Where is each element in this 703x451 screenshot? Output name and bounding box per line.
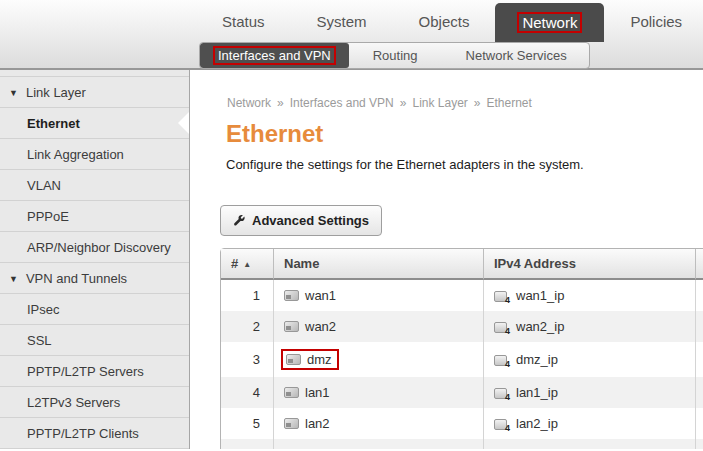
network-interface-icon	[284, 387, 299, 398]
page-title: Ethernet	[226, 120, 703, 148]
top-navigation: Status System Objects Network Policies	[196, 0, 703, 42]
sort-ascending-icon: ▲	[243, 260, 251, 269]
nav-item-system[interactable]: System	[291, 13, 393, 30]
interface-name-cell[interactable]: dmz	[273, 342, 483, 377]
row-number: 5	[221, 408, 273, 439]
interface-name-cell[interactable]: lan2	[273, 408, 483, 439]
subtab-interfaces-and-vpn[interactable]: Interfaces and VPN	[200, 43, 349, 68]
table-row: 4 lan1 4lan1_ip	[221, 377, 703, 408]
ipv4-address-name: lan1_ip	[516, 385, 558, 400]
ipv4-address-cell[interactable]: 4lan2_ip	[483, 408, 695, 439]
table-row: 3 dmz 4dmz_ip	[221, 342, 703, 377]
annotation-box: Network	[517, 12, 582, 33]
column-header-number-label: #	[231, 256, 238, 271]
content-area: Network»Interfaces and VPN»Link Layer»Et…	[190, 70, 703, 449]
main-layout: ▼ Link Layer Ethernet Link Aggregation V…	[0, 70, 703, 449]
clipped-cell	[695, 342, 703, 377]
interface-name: wan2	[305, 319, 336, 334]
app-header: Status System Objects Network Policies I…	[0, 0, 703, 70]
ipv4-address-cell[interactable]: 4lan1_ip	[483, 377, 695, 408]
ipv4-address-cell[interactable]: 4lan3_ip	[483, 439, 695, 449]
sidebar-item-vlan[interactable]: VLAN	[0, 169, 189, 200]
column-header-number[interactable]: #▲	[221, 249, 273, 280]
nav-item-objects[interactable]: Objects	[393, 13, 496, 30]
advanced-settings-label: Advanced Settings	[252, 213, 369, 228]
annotation-box: dmz	[281, 349, 339, 370]
table-row: 6 lan3 4lan3_ip	[221, 439, 703, 449]
interface-name: wan1	[305, 288, 336, 303]
ipv4-address-icon: 4	[494, 291, 507, 302]
breadcrumb-link-interfaces-and-vpn[interactable]: Interfaces and VPN	[290, 96, 394, 110]
breadcrumb-link-link-layer[interactable]: Link Layer	[412, 96, 467, 110]
nav-item-network[interactable]: Network	[495, 3, 604, 42]
ipv4-address-icon: 4	[494, 388, 507, 399]
breadcrumb: Network»Interfaces and VPN»Link Layer»Et…	[227, 96, 703, 110]
ipv4-address-name: lan2_ip	[516, 416, 558, 431]
table-header-row: #▲ Name IPv4 Address	[221, 249, 703, 280]
column-header-clipped	[695, 249, 703, 280]
column-header-name[interactable]: Name	[273, 249, 483, 280]
sidebar-item-ssl[interactable]: SSL	[0, 324, 189, 355]
clipped-cell	[695, 439, 703, 449]
clipped-cell	[695, 280, 703, 311]
interface-name-cell[interactable]: wan2	[273, 311, 483, 342]
ipv4-address-icon: 4	[494, 419, 507, 430]
ipv4-address-name: wan1_ip	[516, 288, 564, 303]
network-interface-icon	[286, 354, 301, 365]
interface-name-cell[interactable]: lan3	[273, 439, 483, 449]
sidebar-item-pppoe[interactable]: PPPoE	[0, 200, 189, 231]
ipv4-address-cell[interactable]: 4dmz_ip	[483, 342, 695, 377]
sidebar-section-vpn-and-tunnels[interactable]: ▼ VPN and Tunnels	[0, 262, 189, 293]
chevron-down-icon: ▼	[9, 274, 18, 284]
sidebar-item-pptp-l2tp-servers[interactable]: PPTP/L2TP Servers	[0, 355, 189, 386]
sidebar-section-title: VPN and Tunnels	[26, 271, 127, 286]
sidebar-item-ipsec[interactable]: IPsec	[0, 293, 189, 324]
network-interface-icon	[284, 321, 299, 332]
interface-name: dmz	[307, 352, 332, 367]
page-description: Configure the settings for the Ethernet …	[226, 157, 703, 172]
table-row: 5 lan2 4lan2_ip	[221, 408, 703, 439]
sidebar-item-l2tpv3-servers[interactable]: L2TPv3 Servers	[0, 386, 189, 417]
ipv4-address-name: wan2_ip	[516, 319, 564, 334]
nav-item-status[interactable]: Status	[196, 13, 291, 30]
clipped-cell	[695, 408, 703, 439]
sidebar-item-link-aggregation[interactable]: Link Aggregation	[0, 138, 189, 169]
clipped-cell	[695, 311, 703, 342]
breadcrumb-separator: »	[474, 96, 481, 110]
breadcrumb-link-network[interactable]: Network	[227, 96, 271, 110]
network-interface-icon	[284, 290, 299, 301]
row-number: 1	[221, 280, 273, 311]
interface-name-cell[interactable]: wan1	[273, 280, 483, 311]
ipv4-address-name: lan3_ip	[516, 447, 558, 449]
breadcrumb-separator: »	[400, 96, 407, 110]
row-number: 4	[221, 377, 273, 408]
subtab-interfaces-and-vpn-label: Interfaces and VPN	[218, 48, 331, 63]
breadcrumb-separator: »	[277, 96, 284, 110]
interface-name: lan3	[305, 447, 330, 449]
ipv4-address-name: dmz_ip	[516, 352, 558, 367]
clipped-cell	[695, 377, 703, 408]
advanced-settings-button[interactable]: Advanced Settings	[220, 205, 382, 236]
row-number: 3	[221, 342, 273, 377]
subtab-network-services[interactable]: Network Services	[442, 43, 590, 68]
ipv4-address-cell[interactable]: 4wan1_ip	[483, 280, 695, 311]
subtab-routing[interactable]: Routing	[349, 43, 442, 68]
ipv4-address-icon: 4	[494, 355, 507, 366]
interface-name-cell[interactable]: lan1	[273, 377, 483, 408]
sub-navigation: Interfaces and VPN Routing Network Servi…	[199, 42, 590, 69]
interface-name: lan1	[305, 385, 330, 400]
network-interface-icon	[284, 418, 299, 429]
row-number: 6	[221, 439, 273, 449]
annotation-box: Interfaces and VPN	[213, 46, 336, 65]
ipv4-address-cell[interactable]: 4wan2_ip	[483, 311, 695, 342]
row-number: 2	[221, 311, 273, 342]
column-header-ipv4-address[interactable]: IPv4 Address	[483, 249, 695, 280]
sidebar-section-title: Link Layer	[26, 85, 86, 100]
sidebar-item-pptp-l2tp-clients[interactable]: PPTP/L2TP Clients	[0, 417, 189, 448]
sidebar-item-l2tpv3-clients[interactable]: L2TPv3 Clients	[0, 448, 189, 449]
nav-item-policies[interactable]: Policies	[604, 13, 703, 30]
sidebar-item-ethernet[interactable]: Ethernet	[0, 107, 189, 138]
sidebar-section-link-layer[interactable]: ▼ Link Layer	[0, 76, 189, 107]
interface-name: lan2	[305, 416, 330, 431]
sidebar-item-arp-neighbor-discovery[interactable]: ARP/Neighbor Discovery	[0, 231, 189, 262]
